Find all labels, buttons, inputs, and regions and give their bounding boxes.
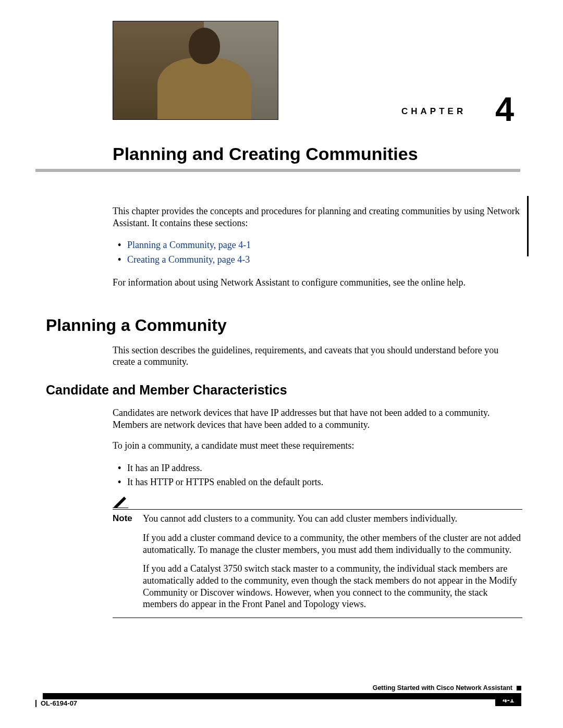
intro-paragraph: This chapter provides the concepts and p… — [113, 205, 522, 229]
title-rule — [35, 169, 520, 172]
requirement-item: It has an IP address. — [113, 461, 522, 475]
note-paragraph-3: If you add a Catalyst 3750 switch stack … — [143, 563, 522, 610]
section2-paragraph-2: To join a community, a candidate must me… — [113, 440, 522, 452]
note-paragraph-2: If you add a cluster command device to a… — [143, 532, 522, 556]
requirement-item: It has HTTP or HTTPS enabled on the defa… — [113, 475, 522, 489]
note-block: Note You cannot add clusters to a commun… — [113, 495, 522, 618]
chapter-number: 4 — [495, 92, 514, 126]
pencil-icon — [113, 495, 128, 508]
page-footer: Getting Started with Cisco Network Assis… — [35, 684, 521, 707]
intro-paragraph-2: For information about using Network Assi… — [113, 277, 522, 289]
page-content: This chapter provides the concepts and p… — [35, 196, 522, 621]
chapter-label: CHAPTER — [401, 106, 466, 117]
section1-paragraph: This section describes the guidelines, r… — [113, 344, 522, 368]
link-creating[interactable]: Creating a Community, page 4-3 — [113, 253, 522, 267]
chapter-photo — [113, 21, 278, 120]
note-rule-bottom — [113, 618, 522, 618]
section2-paragraph-1: Candidates are network devices that have… — [113, 407, 522, 430]
square-icon — [517, 686, 521, 690]
intro-links: Planning a Community, page 4-1 Creating … — [113, 238, 522, 267]
requirements-list: It has an IP address. It has HTTP or HTT… — [113, 461, 522, 489]
heading-planning-community: Planning a Community — [46, 316, 522, 335]
book-title: Getting Started with Cisco Network Assis… — [373, 684, 512, 692]
note-rule-top — [113, 509, 522, 510]
link-planning[interactable]: Planning a Community, page 4-1 — [113, 238, 522, 253]
footer-rule — [35, 693, 521, 699]
document-id: OL-6194-07 — [41, 699, 77, 707]
change-bar — [527, 196, 529, 256]
note-label: Note — [113, 513, 134, 525]
document-page: CHAPTER 4 Planning and Creating Communit… — [0, 0, 563, 728]
heading-candidate-member: Candidate and Member Characteristics — [46, 382, 522, 398]
vline-icon — [35, 700, 36, 707]
chapter-header: CHAPTER 4 — [113, 21, 410, 120]
note-paragraph-1: You cannot add clusters to a community. … — [143, 513, 522, 525]
chapter-title: Planning and Creating Communities — [113, 144, 418, 164]
